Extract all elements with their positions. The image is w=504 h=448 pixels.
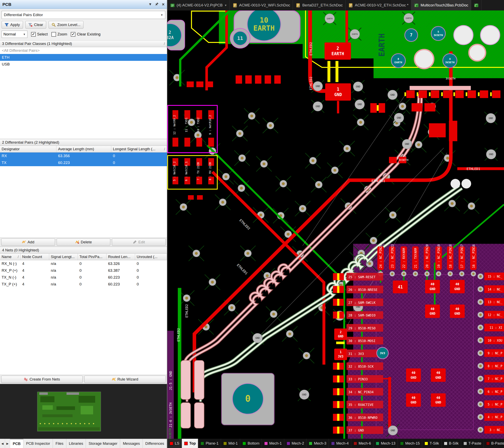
column-header[interactable]: Node Count	[20, 254, 49, 260]
panel-tab-storage-manager[interactable]: Storage Manager	[86, 439, 120, 448]
net-label[interactable]: ETHLED1	[372, 179, 385, 183]
net-label[interactable]: ETHLED2	[177, 328, 180, 342]
doc-tab[interactable]: ACME-0010-V2_WiFi.SchDoc	[230, 0, 293, 11]
layer-tab-mid-1[interactable]: Mid-1	[221, 439, 240, 448]
layer-tabbar: LSTopPlane-1Mid-1BottomMech-1Mech-2Mech-…	[167, 439, 504, 448]
column-header[interactable]: Name/	[0, 254, 20, 260]
table-row[interactable]: TX_P (+)4n/a060.2230	[0, 281, 167, 288]
layer-tab-mech-15[interactable]: Mech-15	[398, 439, 422, 448]
net-label[interactable]: EARTH	[378, 34, 386, 57]
rule-wizard-button[interactable]: Rule Wizard	[84, 376, 166, 383]
layer-set-button[interactable]: LS	[167, 439, 182, 448]
column-header[interactable]: Total Pin/Pa...	[78, 254, 107, 260]
layer-tab-b-paste[interactable]: B-Paste	[484, 439, 504, 448]
layer-tab-t-paste[interactable]: T-Paste	[461, 439, 484, 448]
zoom-checkbox-box[interactable]	[51, 32, 56, 37]
teal-pad-8-earth[interactable]	[391, 53, 405, 68]
class-item[interactable]: USB	[0, 61, 167, 68]
class-item[interactable]: <All Differential Pairs>	[0, 47, 167, 54]
net-label[interactable]: ETHLED1	[467, 167, 480, 171]
teal-pad-4-3v3eth[interactable]	[443, 53, 457, 68]
layer-tab-mech-4[interactable]: Mech-4	[329, 439, 351, 448]
panel-tab-files[interactable]: Files	[53, 439, 66, 448]
panel-tab-pcb[interactable]: PCB	[10, 439, 23, 448]
net-label[interactable]: ETHLED2	[309, 42, 313, 56]
clear-button[interactable]: Clear	[25, 21, 46, 29]
doc-tab[interactable]: ACME-0010-V2_ETH.SchDoc *	[345, 0, 411, 11]
net-label[interactable]: J1-5 : GND	[169, 371, 173, 390]
net-label[interactable]: 3V3ETH	[168, 428, 172, 439]
panel-tab-messages[interactable]: Messages	[120, 439, 143, 448]
panel-close-icon[interactable]: ×	[162, 2, 164, 7]
doc-tab-partial[interactable]	[471, 0, 481, 11]
panel-tab-differences[interactable]: Differences	[143, 439, 167, 448]
doc-tab[interactable]: (4) ACME-0014-V2.PrjPCB▼	[167, 0, 230, 11]
scroll-left-icon[interactable]: ◀	[0, 439, 5, 448]
layer-tab-top[interactable]: Top	[182, 439, 198, 448]
chevron-down-icon[interactable]: ▼	[224, 4, 227, 7]
table-cell: 63.387	[107, 267, 135, 274]
column-header[interactable]: Average Length (mm)	[56, 146, 111, 152]
gnd-pad-40[interactable]	[450, 280, 465, 293]
column-header[interactable]: Longest Signal Length (.../	[111, 146, 167, 152]
select-checkbox-box[interactable]	[31, 32, 36, 37]
sort-glyph[interactable]: /	[164, 41, 165, 46]
class-item[interactable]: ETH	[0, 54, 167, 61]
pin-net-label: 32 : 8510-SCK	[348, 365, 374, 368]
table-row[interactable]: RX_N (-)4n/a063.3260	[0, 260, 167, 267]
pcb-canvas[interactable]: GNDGNDGNDGNDGNDGNDGNDGNDGNDGNDGNDGNDGNDG…	[167, 11, 504, 439]
doc-tab[interactable]: BertaD27_ETH.SchDoc	[293, 0, 345, 11]
layer-tab-mech-3[interactable]: Mech-3	[306, 439, 329, 448]
zoom-checkbox[interactable]: Zoom	[51, 32, 67, 37]
layer-tab-b-silk[interactable]: B-Silk	[442, 439, 461, 448]
zoom-level-button[interactable]: Zoom Level...	[49, 21, 83, 29]
gnd-pad-40[interactable]	[431, 393, 446, 407]
layer-tab-mech-1[interactable]: Mech-1	[262, 439, 284, 448]
table-cell: 0	[135, 267, 167, 274]
layer-tab-mech-2[interactable]: Mech-2	[284, 439, 307, 448]
table-row[interactable]: TX60.2230	[0, 159, 167, 166]
gnd-pad-40[interactable]	[425, 305, 440, 318]
column-header[interactable]: Routed Len...	[107, 254, 135, 260]
table-row[interactable]: RX_P (+)4n/a063.3870	[0, 267, 167, 274]
clear-existing-checkbox-box[interactable]	[71, 32, 75, 37]
scroll-right-icon[interactable]: ▶	[5, 439, 10, 448]
clear-existing-checkbox[interactable]: Clear Existing	[71, 32, 100, 37]
table-cell: 4	[20, 267, 49, 274]
doc-tab[interactable]: MulticonTouch2Bas.PcbDoc	[411, 0, 471, 11]
layer-tab-mech-13[interactable]: Mech-13	[373, 439, 398, 448]
layer-tab-mech-6[interactable]: Mech-6	[351, 439, 374, 448]
gnd-pad-40[interactable]	[450, 305, 465, 318]
net-label[interactable]: ETHLED2	[309, 77, 313, 90]
layer-tab-t-silk[interactable]: T-Silk	[422, 439, 441, 448]
column-header[interactable]: Signal Lengt...	[49, 254, 78, 260]
panel-tab-pcb-inspector[interactable]: PCB Inspector	[23, 439, 53, 448]
layer-tab-plane-1[interactable]: Plane-1	[198, 439, 221, 448]
gnd-pad-40[interactable]	[431, 368, 446, 382]
gnd-pad-40[interactable]	[425, 280, 440, 293]
column-header[interactable]: Designator	[0, 146, 56, 152]
layer-tab-bottom[interactable]: Bottom	[240, 439, 262, 448]
panel-pin-icon[interactable]	[155, 2, 159, 7]
delete-button[interactable]: Delete	[57, 239, 110, 246]
table-row[interactable]: RX63.3560	[0, 153, 167, 159]
pad-1-gnd[interactable]	[325, 83, 351, 101]
gnd-pad-40[interactable]	[406, 393, 421, 407]
pad-2-earth[interactable]	[324, 42, 351, 60]
mode-select[interactable]: Normal▼	[2, 31, 27, 38]
apply-button[interactable]: Apply	[2, 21, 23, 29]
select-checkbox[interactable]: Select	[31, 32, 48, 37]
net-label[interactable]: J1-6 : 3V3ETH	[169, 403, 173, 428]
add-button[interactable]: Add	[1, 239, 55, 246]
panel-menu-chevron-icon[interactable]: ▼	[148, 2, 152, 6]
panel-tab-libraries[interactable]: Libraries	[66, 439, 86, 448]
teal-pad-5-3v3eth[interactable]	[431, 26, 445, 40]
board-preview[interactable]	[0, 384, 167, 439]
column-header[interactable]: Unrouted (...	[135, 254, 167, 260]
table-cell: n/a	[49, 267, 78, 274]
gnd-pad-40[interactable]	[406, 368, 421, 382]
net-label[interactable]: ETHLED2	[185, 304, 189, 318]
table-row[interactable]: TX_N (-)4n/a060.2230	[0, 274, 167, 281]
create-from-nets-button[interactable]: Create From Nets	[1, 376, 83, 383]
editor-mode-select[interactable]: Differential Pairs Editor ▼	[2, 11, 165, 19]
